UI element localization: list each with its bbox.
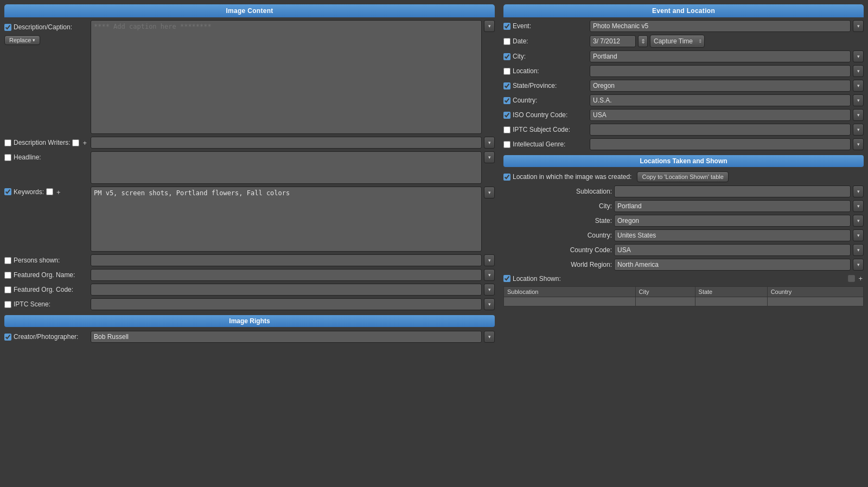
- keywords-dropdown[interactable]: ▾: [484, 187, 495, 198]
- date-input[interactable]: [590, 35, 636, 47]
- date-checkbox[interactable]: [503, 38, 510, 45]
- desc-writers-dropdown[interactable]: ▾: [484, 137, 495, 149]
- city-input[interactable]: [590, 50, 851, 62]
- persons-checkbox[interactable]: [4, 257, 11, 264]
- keywords-checkbox[interactable]: [4, 188, 11, 195]
- locations-table: Sublocation City State Country: [503, 286, 864, 306]
- iptc-scene-row: IPTC Scene: ▾: [4, 298, 495, 310]
- iptc-subject-checkbox[interactable]: [503, 126, 510, 133]
- date-label: Date:: [503, 37, 588, 45]
- country-checkbox[interactable]: [503, 97, 510, 104]
- caption-dropdown-btn[interactable]: ▾: [484, 20, 495, 32]
- featured-org-name-input[interactable]: [91, 269, 482, 281]
- location-checkbox[interactable]: [503, 68, 510, 75]
- keywords-textarea[interactable]: [91, 187, 482, 252]
- featured-org-code-input[interactable]: [91, 284, 482, 296]
- world-region-input[interactable]: [614, 259, 851, 271]
- country-code-created-dropdown[interactable]: ▾: [853, 244, 864, 256]
- state-label: State/Province:: [503, 82, 588, 89]
- location-dropdown[interactable]: ▾: [853, 65, 864, 77]
- city-checkbox[interactable]: [503, 53, 510, 60]
- state-created-dropdown[interactable]: ▾: [853, 215, 864, 227]
- world-region-dropdown[interactable]: ▾: [853, 259, 864, 271]
- featured-org-code-dropdown[interactable]: ▾: [484, 284, 495, 296]
- date-input-group: ⇕ Capture Time: [590, 35, 705, 48]
- intellectual-genre-label: Intellectual Genre:: [503, 140, 588, 148]
- intellectual-genre-input[interactable]: [590, 138, 851, 150]
- iptc-scene-input[interactable]: [91, 298, 482, 310]
- city-dropdown[interactable]: ▾: [853, 50, 864, 62]
- event-input[interactable]: [590, 20, 851, 32]
- creator-input[interactable]: [91, 331, 482, 343]
- desc-writers-inner-checkbox[interactable]: [72, 139, 79, 146]
- location-shown-row: Location Shown: +: [503, 274, 864, 283]
- country-input[interactable]: [590, 94, 851, 106]
- sublocation-created-dropdown[interactable]: ▾: [853, 185, 864, 197]
- sublocation-created-input[interactable]: [614, 185, 851, 197]
- location-created-checkbox[interactable]: [503, 174, 510, 181]
- city-created-row: City: ▾: [503, 200, 864, 212]
- intellectual-genre-checkbox[interactable]: [503, 141, 510, 148]
- persons-dropdown[interactable]: ▾: [484, 254, 495, 266]
- intellectual-genre-dropdown[interactable]: ▾: [853, 138, 864, 150]
- left-panel: Image Content Description/Caption: Repla…: [0, 0, 499, 487]
- country-code-created-label: Country Code:: [503, 246, 612, 254]
- featured-org-name-row: Featured Org. Name: ▾: [4, 269, 495, 281]
- state-checkbox[interactable]: [503, 82, 510, 89]
- keywords-inner-checkbox[interactable]: [46, 188, 53, 195]
- country-label: Country:: [503, 97, 588, 104]
- iptc-subject-input[interactable]: [590, 124, 851, 136]
- replace-button[interactable]: Replace: [4, 35, 40, 45]
- creator-checkbox[interactable]: [4, 334, 11, 341]
- creator-dropdown[interactable]: ▾: [484, 331, 495, 343]
- table-header-sublocation: Sublocation: [504, 287, 636, 297]
- iso-code-checkbox[interactable]: [503, 112, 510, 119]
- state-input[interactable]: [590, 80, 851, 92]
- featured-org-name-dropdown[interactable]: ▾: [484, 269, 495, 281]
- caption-label-row: Description/Caption:: [4, 21, 72, 33]
- event-dropdown[interactable]: ▾: [853, 20, 864, 32]
- location-input[interactable]: [590, 65, 851, 77]
- iso-code-input[interactable]: [590, 109, 851, 121]
- desc-writers-plus[interactable]: +: [81, 139, 88, 147]
- iptc-subject-dropdown[interactable]: ▾: [853, 124, 864, 136]
- country-code-created-input[interactable]: [614, 244, 851, 256]
- city-created-dropdown[interactable]: ▾: [853, 200, 864, 212]
- city-created-input[interactable]: [614, 200, 851, 212]
- persons-input[interactable]: [91, 254, 482, 266]
- date-spinner[interactable]: ⇕: [638, 35, 648, 47]
- copy-to-shown-button[interactable]: Copy to 'Location Shown' table: [637, 171, 728, 182]
- location-shown-label: Location Shown:: [513, 275, 561, 283]
- caption-checkbox[interactable]: [4, 24, 11, 31]
- featured-org-name-checkbox[interactable]: [4, 272, 11, 279]
- table-cell-sublocation: [504, 297, 636, 306]
- intellectual-genre-row: Intellectual Genre: ▾: [503, 138, 864, 150]
- iptc-scene-checkbox[interactable]: [4, 301, 11, 308]
- sublocation-created-row: Sublocation: ▾: [503, 185, 864, 197]
- headline-dropdown[interactable]: ▾: [484, 151, 495, 163]
- location-shown-small-checkbox[interactable]: [848, 275, 855, 282]
- country-created-dropdown[interactable]: ▾: [853, 229, 864, 241]
- date-row: Date: ⇕ Capture Time: [503, 35, 864, 48]
- iptc-subject-row: IPTC Subject Code: ▾: [503, 124, 864, 136]
- location-shown-checkbox[interactable]: [503, 275, 510, 282]
- location-created-label: Location in which the image was created:: [513, 173, 631, 181]
- keywords-plus[interactable]: +: [55, 188, 62, 196]
- headline-checkbox[interactable]: [4, 154, 11, 161]
- iptc-scene-dropdown[interactable]: ▾: [484, 298, 495, 310]
- desc-writers-checkbox[interactable]: [4, 139, 11, 146]
- event-checkbox[interactable]: [503, 23, 510, 30]
- state-created-input[interactable]: [614, 215, 851, 227]
- country-dropdown[interactable]: ▾: [853, 94, 864, 106]
- featured-org-code-checkbox[interactable]: [4, 286, 11, 293]
- state-row: State/Province: ▾: [503, 80, 864, 92]
- caption-textarea[interactable]: [91, 20, 482, 134]
- location-shown-plus[interactable]: +: [857, 274, 864, 283]
- iso-code-dropdown[interactable]: ▾: [853, 109, 864, 121]
- headline-textarea[interactable]: [91, 151, 482, 184]
- country-created-input[interactable]: [614, 229, 851, 241]
- desc-writers-input[interactable]: [91, 137, 482, 149]
- headline-label-group: Headline:: [4, 151, 88, 161]
- capture-time-select[interactable]: Capture Time: [650, 35, 705, 48]
- state-dropdown[interactable]: ▾: [853, 80, 864, 92]
